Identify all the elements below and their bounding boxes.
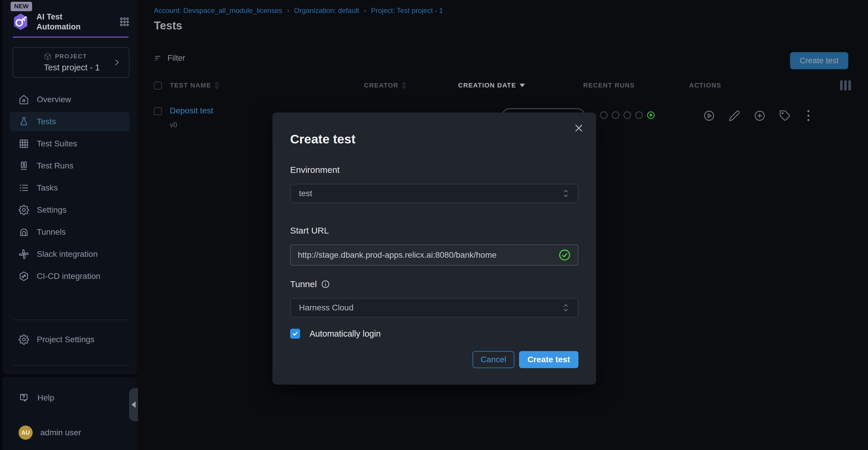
sort-icon[interactable] — [214, 81, 219, 90]
tunnel-label: Tunnel — [290, 279, 330, 289]
tag-icon[interactable] — [779, 110, 791, 122]
app-title: AI Test Automation — [36, 12, 81, 32]
filter-label: Filter — [167, 54, 185, 63]
start-url-field — [290, 245, 579, 265]
url-valid-check-icon — [558, 249, 571, 261]
add-to-suite-icon[interactable] — [754, 110, 766, 122]
sidebar-item-label: Tests — [37, 117, 56, 126]
run-test-icon[interactable] — [703, 110, 715, 122]
create-test-button-header[interactable]: Create test — [790, 52, 848, 69]
grid-icon — [19, 138, 29, 149]
breadcrumb-account-link[interactable]: Account: Devspace_all_module_licenses — [154, 6, 282, 15]
sidebar-item-test-suites[interactable]: Test Suites — [10, 134, 129, 153]
flask-icon — [19, 116, 29, 127]
breadcrumb-project-link[interactable]: Project: Test project - 1 — [371, 6, 443, 15]
column-settings-icon[interactable] — [840, 80, 851, 90]
project-settings-button[interactable]: Project Settings — [10, 330, 129, 349]
col-header-test-name[interactable]: TEST NAME — [170, 82, 211, 89]
sidebar-item-tests[interactable]: Tests — [10, 112, 129, 131]
breadcrumb-org-link[interactable]: Organization: default — [294, 6, 359, 15]
environment-label: Environment — [290, 165, 340, 175]
col-header-actions: ACTIONS — [689, 82, 840, 89]
start-url-input[interactable] — [298, 250, 558, 260]
more-options-icon[interactable] — [804, 109, 812, 122]
sidebar-item-label: Test Suites — [37, 139, 77, 148]
row-checkbox[interactable] — [154, 107, 162, 115]
col-header-creator[interactable]: CREATOR — [364, 82, 398, 89]
app-logo-icon — [11, 12, 30, 32]
page-title: Tests — [154, 20, 182, 32]
tunnel-value: Harness Cloud — [299, 303, 353, 312]
sidebar-item-label: Tunnels — [37, 227, 66, 237]
breadcrumb-separator: › — [287, 6, 289, 15]
test-name-link[interactable]: Deposit test — [170, 106, 213, 115]
sidebar-collapse-handle[interactable] — [129, 388, 138, 421]
project-name: Test project - 1 — [44, 63, 100, 73]
sidebar-item-settings[interactable]: Settings — [10, 200, 129, 220]
select-all-checkbox[interactable] — [154, 82, 162, 89]
sidebar-item-tunnels[interactable]: Tunnels — [10, 222, 129, 242]
start-url-label: Start URL — [290, 226, 329, 235]
run-status-dot[interactable] — [635, 111, 643, 119]
info-icon[interactable] — [321, 280, 330, 289]
task-list-icon — [19, 182, 29, 193]
environment-value: test — [299, 189, 312, 198]
auto-login-checkbox[interactable] — [290, 329, 300, 339]
create-test-submit-button[interactable]: Create test — [519, 351, 579, 368]
sidebar-item-test-runs[interactable]: Test Runs — [10, 156, 129, 175]
run-status-dot[interactable] — [600, 111, 608, 119]
cube-icon — [44, 53, 52, 60]
tunnel-select[interactable]: Harness Cloud — [290, 298, 579, 317]
sidebar-main-panel: NEW AI Test Automation — [2, 0, 137, 375]
run-status-dot[interactable] — [612, 111, 619, 119]
sidebar-item-label: Project Settings — [37, 335, 94, 344]
chevron-right-icon — [113, 58, 121, 67]
avatar: AU — [19, 426, 33, 440]
help-button[interactable]: Help — [10, 388, 129, 407]
slack-icon — [19, 249, 29, 259]
auto-login-row: Automatically login — [290, 329, 381, 339]
modal-title: Create test — [290, 132, 355, 146]
sidebar-item-overview[interactable]: Overview — [10, 90, 129, 109]
sidebar-item-slack-integration[interactable]: Slack integration — [10, 245, 129, 264]
cancel-button[interactable]: Cancel — [472, 351, 514, 368]
sidebar-bottom-panel: Help AU admin user — [2, 377, 137, 450]
environment-select[interactable]: test — [290, 184, 579, 203]
test-runs-icon — [19, 161, 29, 171]
sidebar-item-label: Test Runs — [37, 161, 73, 170]
row-actions — [703, 109, 812, 122]
sidebar-item-cicd-integration[interactable]: CI-CD integration — [10, 266, 129, 286]
filter-button[interactable]: Filter — [154, 54, 185, 63]
run-status-dot-passed[interactable] — [647, 111, 655, 119]
recent-runs — [600, 111, 655, 119]
modal-footer: Cancel Create test — [472, 351, 579, 368]
user-name: admin user — [40, 428, 81, 437]
help-label: Help — [37, 393, 55, 402]
tunnel-icon — [19, 227, 29, 237]
breadcrumb-separator: › — [364, 6, 366, 15]
run-status-dot[interactable] — [623, 111, 631, 119]
sidebar-divider — [13, 319, 129, 320]
help-icon — [19, 392, 30, 403]
sort-icon[interactable] — [401, 81, 407, 90]
project-selector[interactable]: PROJECT Test project - 1 — [13, 47, 129, 78]
gear-icon — [19, 334, 29, 345]
sidebar-item-label: Overview — [37, 95, 71, 104]
sidebar-item-tasks[interactable]: Tasks — [10, 178, 129, 198]
new-badge: NEW — [10, 2, 32, 11]
edit-icon[interactable] — [728, 110, 740, 122]
module-grid-icon[interactable] — [119, 17, 130, 27]
sidebar-nav: Overview Tests Test Suites Test Runs Tas… — [2, 87, 137, 289]
collapse-left-icon — [131, 401, 136, 408]
select-chevrons-icon — [562, 302, 570, 313]
tunnel-label-text: Tunnel — [290, 279, 317, 289]
sidebar-item-label: CI-CD integration — [37, 272, 100, 281]
cicd-link-icon — [19, 271, 29, 282]
close-icon[interactable] — [574, 123, 584, 133]
user-menu[interactable]: AU admin user — [10, 423, 129, 442]
sidebar-divider — [13, 365, 129, 366]
sidebar-item-label: Tasks — [37, 183, 58, 193]
sort-desc-icon — [520, 84, 525, 87]
sidebar-item-label: Slack integration — [37, 249, 98, 259]
col-header-creation-date[interactable]: CREATION DATE — [458, 82, 516, 89]
